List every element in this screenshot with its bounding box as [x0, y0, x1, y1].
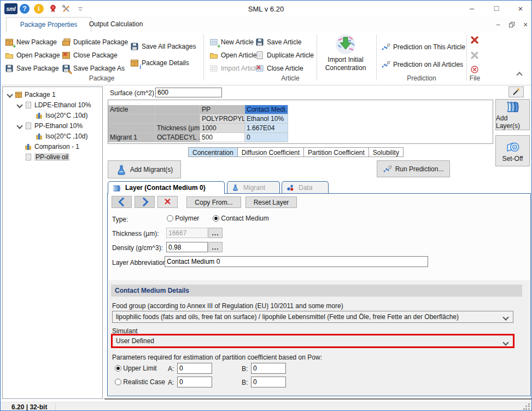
radio-icon: [115, 379, 121, 385]
expander-icon[interactable]: [17, 124, 22, 128]
property-tabs: Concentration Diffusion Coefficient Part…: [188, 147, 404, 158]
radio-polymer[interactable]: Polymer: [167, 215, 199, 222]
resize-grip[interactable]: [523, 403, 530, 410]
next-layer-button[interactable]: [135, 196, 155, 208]
add-layers-button[interactable]: Add Layer(s): [495, 99, 530, 130]
simulant-select[interactable]: User Defined: [111, 334, 515, 348]
thickness-browse-button[interactable]: ...: [208, 228, 223, 238]
table-cell-layer-header[interactable]: PP: [200, 105, 245, 114]
collapse-ribbon-button[interactable]: [517, 71, 522, 79]
table-cell-thickness-label: Thickness (µm): [155, 124, 200, 133]
realistic-a-input[interactable]: [177, 377, 212, 387]
close-package-button[interactable]: ×Close Package: [62, 49, 118, 61]
table-cell-medium[interactable]: Ethanol 10%: [245, 114, 288, 124]
upper-b-input[interactable]: [251, 363, 286, 374]
open-package-button[interactable]: Open Package: [5, 49, 60, 61]
tree-item-condition[interactable]: Iso(20°C ,10d): [3, 110, 102, 120]
duplicate-icon: [62, 38, 71, 47]
tree-item-article[interactable]: LDPE-Ethanol 10%: [3, 100, 102, 110]
radio-contact-medium[interactable]: Contact Medium: [213, 215, 269, 222]
copy-from-button[interactable]: Copy From...: [186, 196, 241, 208]
radio-selected-icon: [115, 365, 121, 372]
file-exit-button[interactable]: [469, 64, 480, 75]
tree-item-article-selected[interactable]: PP-olive oil: [3, 152, 102, 162]
tab-concentration[interactable]: Concentration: [188, 147, 238, 157]
folder-icon: [5, 51, 14, 60]
mdi-close-button[interactable]: ×: [520, 20, 531, 29]
tree-item-condition[interactable]: Iso(20°C ,10d): [3, 131, 102, 141]
expander-icon[interactable]: [7, 92, 13, 97]
table-cell[interactable]: [108, 114, 155, 124]
prediction-all-articles-button[interactable]: Prediction on All Articles: [382, 59, 463, 70]
table-cell-concentration[interactable]: 500: [200, 133, 245, 142]
surface-input[interactable]: [155, 88, 222, 97]
table-cell[interactable]: [155, 114, 200, 124]
save-article-button[interactable]: Save Article: [255, 36, 301, 48]
save-package-as-button[interactable]: ✎Save Package As: [62, 62, 125, 74]
close-button[interactable]: ×: [511, 2, 530, 15]
new-package-button[interactable]: +New Package: [5, 36, 57, 48]
density-browse-button[interactable]: ...: [208, 242, 223, 252]
prediction-icon: [382, 43, 390, 51]
radio-upper-limit[interactable]: Upper Limit: [115, 364, 157, 372]
tree-item-package[interactable]: Package 1: [3, 89, 102, 100]
prediction-icon: [383, 165, 392, 173]
delete-layer-button[interactable]: ✕: [157, 196, 178, 208]
mdi-minimize-button[interactable]: –: [493, 20, 504, 29]
set-off-button[interactable]: Set-Off: [495, 135, 530, 166]
table-cell-selected-header[interactable]: Contact Medi...: [245, 105, 288, 114]
radio-realistic-case[interactable]: Realistic Case: [115, 378, 165, 386]
duplicate-package-button[interactable]: Duplicate Package: [62, 36, 128, 48]
tab-partition-coefficient[interactable]: Partition Coefficient: [304, 147, 369, 157]
realistic-b-input[interactable]: [251, 377, 286, 387]
food-group-select[interactable]: lipophilic foods (fats and oils, free fa…: [112, 311, 513, 323]
open-article-button[interactable]: Open Article: [209, 49, 256, 61]
reset-layer-button[interactable]: Reset Layer: [245, 196, 297, 208]
table-cell-material[interactable]: POLYPROPYL...: [200, 114, 245, 124]
run-prediction-button[interactable]: Run Prediction...: [377, 160, 450, 177]
surface-label: Surface (cm^2): [110, 89, 154, 97]
tab-diffusion-coefficient[interactable]: Diffusion Coefficient: [238, 147, 304, 157]
mdi-restore-button[interactable]: [506, 20, 517, 29]
folder-icon: [209, 51, 218, 60]
expander-icon[interactable]: [17, 103, 22, 107]
restore-icon: [509, 22, 515, 28]
file-close-button[interactable]: [469, 34, 480, 45]
tree-item-comparison[interactable]: Comparison - 1: [3, 141, 102, 152]
previous-layer-button[interactable]: [112, 196, 132, 208]
import-initial-concentration-button[interactable]: Import Initial Concentration: [322, 33, 369, 76]
package-details-button[interactable]: iPackage Details: [130, 57, 189, 68]
save-all-packages-button[interactable]: Save All Packages: [130, 40, 196, 52]
duplicate-article-button[interactable]: Duplicate Article: [255, 49, 314, 61]
minimize-button[interactable]: –: [463, 2, 481, 15]
density-input[interactable]: [166, 242, 208, 252]
close-article-button[interactable]: ×Close Article: [255, 62, 303, 74]
table-cell-concentration[interactable]: 0: [245, 133, 288, 142]
new-article-button[interactable]: +New Article: [209, 36, 254, 48]
layer-abbreviation-input[interactable]: [165, 256, 428, 267]
table-cell-migrant-name[interactable]: OCTADECYL ...: [155, 133, 200, 142]
layer-panel: ✕ Copy From... Reset Layer Type: Polymer…: [107, 193, 531, 396]
window-title: SML v 6.20: [1, 5, 531, 13]
table-cell-thickness-value[interactable]: 1000: [200, 124, 245, 133]
tab-solubility[interactable]: Solubility: [369, 147, 404, 157]
tab-layer[interactable]: Layer (Contact Medium 0): [108, 181, 225, 194]
table-cell[interactable]: [108, 124, 155, 133]
red-x-icon: ✕: [164, 198, 171, 206]
tree-item-article[interactable]: PP-Ethanol 10%: [3, 120, 102, 131]
upper-a-input[interactable]: [177, 363, 212, 374]
add-migrants-button[interactable]: Add Migrant(s): [108, 160, 181, 178]
thickness-input: [166, 228, 208, 238]
tab-output-calculation[interactable]: Output Calculation: [75, 17, 156, 31]
close-gray-x-icon: [470, 51, 479, 60]
table-cell[interactable]: Article: [108, 105, 155, 114]
prediction-this-article-button[interactable]: Prediction on This Article: [382, 41, 465, 53]
table-cell-thickness-value[interactable]: 1.667E04: [245, 124, 288, 133]
wizard-button[interactable]: [508, 86, 524, 97]
chevron-left-icon: [118, 198, 127, 207]
upper-a-label: A:: [168, 365, 174, 373]
save-package-button[interactable]: Save Package: [5, 62, 59, 74]
type-label: Type:: [112, 216, 128, 223]
maximize-button[interactable]: □: [487, 2, 506, 15]
table-cell[interactable]: [155, 105, 200, 114]
